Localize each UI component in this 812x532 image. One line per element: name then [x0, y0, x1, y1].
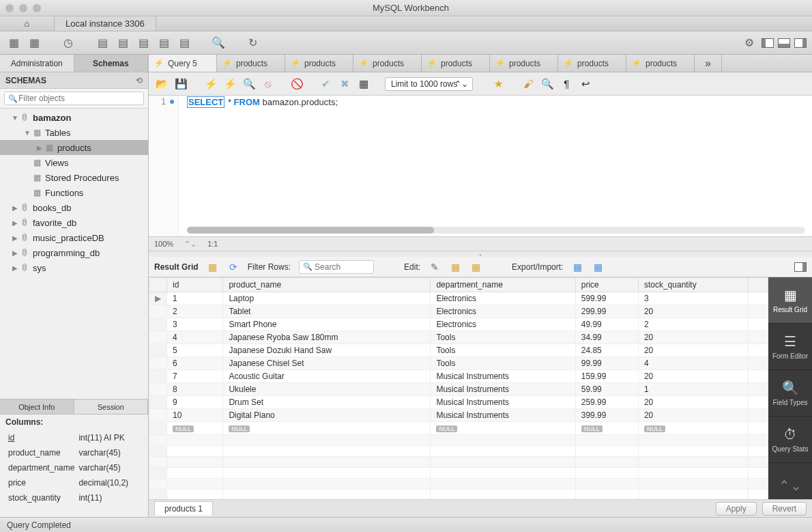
cell[interactable]: 20 [638, 344, 748, 357]
query-tab[interactable]: ⚡products [626, 55, 695, 72]
new-sql-tab-icon[interactable]: ▦ [5, 35, 22, 51]
cell[interactable]: 3 [638, 292, 748, 305]
refresh-result-icon[interactable]: ⟳ [227, 261, 240, 273]
row-marker[interactable] [149, 409, 167, 422]
row-marker[interactable] [149, 370, 167, 383]
row-marker[interactable] [149, 357, 167, 370]
table-row[interactable]: ▶1LaptopElectronics599.993 [149, 292, 768, 305]
folder-stored-procedures[interactable]: ▦Stored Procedures [0, 170, 148, 185]
row-marker[interactable] [149, 318, 167, 331]
commit-icon[interactable]: ✔ [318, 76, 333, 92]
rail-form-editor[interactable]: ☰Form Editor [768, 324, 812, 370]
cell[interactable]: Drum Set [223, 396, 431, 409]
table-row[interactable]: 3Smart PhoneElectronics49.992 [149, 318, 768, 331]
cell[interactable]: NULL [638, 422, 748, 435]
insert-row-icon[interactable]: ▦ [449, 261, 461, 273]
open-file-icon[interactable]: 📂 [154, 76, 169, 92]
table-row[interactable]: 8UkuleleMusical Instruments59.991 [149, 383, 768, 396]
cell[interactable]: 1 [167, 292, 223, 305]
cell[interactable]: 7 [167, 370, 223, 383]
filter-input[interactable] [4, 92, 144, 105]
toggle-limit-icon[interactable]: ▦ [356, 76, 371, 92]
delete-row-icon[interactable]: ▦ [469, 261, 482, 273]
cell[interactable]: Electronics [431, 305, 575, 318]
sql-editor[interactable]: 1 SELECT * FROM bamazon.products; [149, 96, 812, 236]
invisible-chars-icon[interactable]: ¶ [559, 76, 574, 92]
table-row[interactable]: 10Digital PianoMusical Instruments399.99… [149, 409, 768, 422]
open-sql-file-icon[interactable]: ▦ [26, 35, 42, 51]
revert-button[interactable]: Revert [762, 502, 807, 516]
cell[interactable]: Japanese Chisel Set [223, 357, 431, 370]
table-row[interactable]: NULLNULLNULLNULLNULL [149, 422, 768, 435]
cell[interactable]: NULL [575, 422, 638, 435]
cell[interactable]: 2 [638, 318, 748, 331]
apply-button[interactable]: Apply [716, 502, 757, 516]
brush-icon[interactable]: 🖌 [521, 76, 536, 92]
schema-bamazon[interactable]: ▼🛢bamazon [0, 110, 148, 125]
column-header[interactable]: price [575, 278, 638, 292]
schema-item[interactable]: ▶🛢music_practiceDB [0, 230, 148, 245]
save-file-icon[interactable]: 💾 [173, 76, 188, 92]
cell[interactable]: Japanese Dozuki Hand Saw [223, 344, 431, 357]
inspector-icon[interactable]: ◷ [60, 35, 76, 51]
cell[interactable]: 299.99 [575, 305, 638, 318]
grid-icon[interactable]: ▦ [207, 261, 219, 273]
create-func-icon[interactable]: ▤ [176, 35, 192, 51]
gear-icon[interactable]: ⚙ [741, 35, 757, 51]
cell[interactable]: Musical Instruments [431, 396, 575, 409]
create-proc-icon[interactable]: ▤ [156, 35, 172, 51]
rail-field-types[interactable]: 🔍Field Types [768, 370, 812, 417]
cell[interactable]: 10 [167, 409, 223, 422]
row-marker[interactable] [149, 344, 167, 357]
execute-icon[interactable]: ⚡ [203, 76, 218, 92]
toggle-left-panel-icon[interactable] [762, 38, 774, 48]
import-icon[interactable]: ▦ [592, 261, 604, 273]
cell[interactable]: 4 [167, 331, 223, 344]
limit-select[interactable]: Limit to 1000 rows ⌃⌄ [385, 77, 473, 91]
home-tab[interactable]: ⌂ [0, 16, 55, 31]
search-icon[interactable]: 🔍 [210, 35, 227, 51]
cell[interactable]: NULL [223, 422, 431, 435]
cell[interactable]: NULL [167, 422, 223, 435]
cell[interactable]: 20 [638, 396, 748, 409]
query-tab[interactable]: ⚡products [558, 55, 626, 72]
column-header[interactable]: department_name [431, 278, 575, 292]
cell[interactable]: 20 [638, 331, 748, 344]
column-header[interactable]: product_name [223, 278, 431, 292]
tab-object-info[interactable]: Object Info [0, 400, 74, 414]
cell[interactable]: Japanese Ryoba Saw 180mm [223, 331, 431, 344]
query-tab[interactable]: ⚡products [353, 55, 422, 72]
toggle-cell-panel-icon[interactable] [794, 261, 807, 273]
create-view-icon[interactable]: ▤ [135, 35, 151, 51]
tab-schemas[interactable]: Schemas [74, 55, 149, 72]
cell[interactable]: Musical Instruments [431, 370, 575, 383]
table-row[interactable]: 4Japanese Ryoba Saw 180mmTools34.9920 [149, 331, 768, 344]
cell[interactable]: Acoustic Guitar [223, 370, 431, 383]
export-icon[interactable]: ▦ [571, 261, 583, 273]
more-tabs[interactable]: » [695, 55, 722, 72]
stop-icon[interactable]: ⦸ [261, 76, 276, 92]
beautify-icon[interactable]: ★ [491, 76, 506, 92]
toggle-right-panel-icon[interactable] [794, 38, 807, 48]
edit-row-icon[interactable]: ✎ [429, 261, 441, 273]
cell[interactable]: 159.99 [575, 370, 638, 383]
column-header[interactable]: stock_quantity [638, 278, 748, 292]
table-row[interactable]: 2TabletElectronics299.9920 [149, 305, 768, 318]
result-grid[interactable]: idproduct_namedepartment_namepricestock_… [149, 277, 768, 499]
toggle-bottom-panel-icon[interactable] [778, 38, 790, 48]
folder-functions[interactable]: ▦Functions [0, 185, 148, 200]
row-marker[interactable]: ▶ [149, 292, 167, 305]
column-header[interactable]: id [167, 278, 223, 292]
query-tab[interactable]: ⚡products [217, 55, 285, 72]
cell[interactable]: 2 [167, 305, 223, 318]
connection-tab[interactable]: Local instance 3306 [55, 16, 156, 31]
table-products[interactable]: ▶▦products [0, 140, 148, 155]
row-marker[interactable] [149, 396, 167, 409]
explain-icon[interactable]: 🔍 [242, 76, 257, 92]
folder-tables[interactable]: ▼▦Tables [0, 125, 148, 140]
reconnect-icon[interactable]: ↻ [244, 35, 261, 51]
query-tab[interactable]: ⚡Query 5 [149, 55, 217, 72]
editor-hscrollbar[interactable] [187, 227, 805, 234]
cell[interactable]: Smart Phone [223, 318, 431, 331]
query-tab[interactable]: ⚡products [285, 55, 353, 72]
